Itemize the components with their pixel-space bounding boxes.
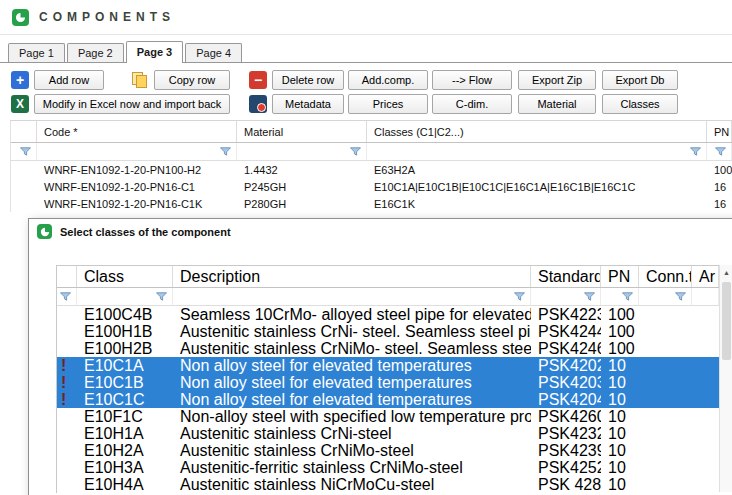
standard-cell[interactable]: PSK4202 — [531, 357, 601, 374]
pn-cell[interactable]: 10 — [601, 374, 639, 391]
class-cell[interactable]: E10C1C — [77, 391, 173, 408]
filter-cell-pn[interactable] — [601, 288, 639, 305]
export-zip-button[interactable]: Export Zip — [518, 70, 596, 90]
class-row-selected[interactable]: ! E10C1C Non alloy steel for elevated te… — [57, 391, 719, 408]
chevron-up-icon[interactable]: ▲ — [720, 265, 732, 280]
component-row[interactable]: WNRF-EN1092-1-20-PN16-C1 P245GH E10C1A|E… — [11, 178, 732, 195]
pn-cell[interactable]: 100 — [707, 161, 732, 178]
class-cell[interactable]: E100H1B — [77, 323, 173, 340]
funnel-icon[interactable] — [622, 292, 633, 302]
filter-cell-classes[interactable] — [367, 143, 707, 160]
conn-tol-cell[interactable] — [639, 306, 692, 323]
standard-cell[interactable]: PSK4204 — [531, 391, 601, 408]
ar-cell[interactable] — [692, 408, 719, 425]
class-row[interactable]: E10F1C Non-alloy steel with specified lo… — [57, 408, 719, 425]
column-header-conn-tol[interactable]: Conn.tol. — [639, 266, 692, 287]
standard-cell[interactable]: PSK4203 — [531, 374, 601, 391]
funnel-icon[interactable] — [220, 147, 231, 157]
column-header-classes[interactable]: Classes (C1|C2...) — [367, 121, 707, 142]
standard-cell[interactable]: PSK4252 — [531, 459, 601, 476]
column-header-pn[interactable]: PN — [601, 266, 639, 287]
description-cell[interactable]: Non-alloy steel with specified low tempe… — [173, 408, 531, 425]
funnel-icon[interactable] — [514, 292, 525, 302]
metadata-icon-button[interactable] — [248, 94, 268, 114]
dialog-scrollbar[interactable]: ▲ — [719, 265, 732, 492]
add-comp-button[interactable]: Add.comp. — [348, 70, 428, 90]
c-dim-button[interactable]: C-dim. — [432, 94, 512, 114]
class-row[interactable]: E10H3A Austenitic-ferritic stainless CrN… — [57, 459, 719, 476]
funnel-icon[interactable] — [20, 147, 31, 157]
column-header-description[interactable]: Description — [173, 266, 531, 287]
ar-cell[interactable] — [692, 357, 719, 374]
conn-tol-cell[interactable] — [639, 374, 692, 391]
column-header-material[interactable]: Material — [237, 121, 367, 142]
material-cell[interactable]: P280GH — [237, 195, 367, 212]
conn-tol-cell[interactable] — [639, 442, 692, 459]
ar-cell[interactable] — [692, 391, 719, 408]
class-row-selected[interactable]: ! E10C1B Non alloy steel for elevated te… — [57, 374, 719, 391]
class-cell[interactable]: E10H2A — [77, 442, 173, 459]
standard-cell[interactable]: PSK4244 — [531, 323, 601, 340]
delete-row-button[interactable]: Delete row — [272, 70, 344, 90]
conn-tol-cell[interactable] — [639, 323, 692, 340]
ar-cell[interactable] — [692, 425, 719, 442]
material-cell[interactable]: P245GH — [237, 178, 367, 195]
ar-cell[interactable] — [692, 340, 719, 357]
filter-cell-description[interactable] — [173, 288, 531, 305]
class-cell[interactable]: E10H1A — [77, 425, 173, 442]
class-cell[interactable]: E10C1A — [77, 357, 173, 374]
pn-cell[interactable]: 100 — [601, 340, 639, 357]
description-cell[interactable]: Non alloy steel for elevated temperature… — [173, 374, 531, 391]
filter-cell-pn[interactable] — [707, 143, 732, 160]
description-cell[interactable]: Non alloy steel for elevated temperature… — [173, 391, 531, 408]
class-row-selected[interactable]: ! E10C1A Non alloy steel for elevated te… — [57, 357, 719, 374]
tab-page-2[interactable]: Page 2 — [67, 43, 124, 62]
filter-cell-standard[interactable] — [531, 288, 601, 305]
dialog-title-bar[interactable]: Select classes of the component — [29, 219, 732, 244]
pn-cell[interactable]: 10 — [601, 391, 639, 408]
column-header-standard[interactable]: Standard — [531, 266, 601, 287]
standard-cell[interactable]: PSK4260 — [531, 408, 601, 425]
copy-row-button[interactable]: Copy row — [154, 70, 230, 90]
class-cell[interactable]: E10H4A — [77, 476, 173, 493]
pn-cell[interactable]: 10 — [601, 408, 639, 425]
standard-cell[interactable]: PSK4232 — [531, 425, 601, 442]
class-cell[interactable]: E10H3A — [77, 459, 173, 476]
conn-tol-cell[interactable] — [639, 408, 692, 425]
prices-button[interactable]: Prices — [348, 94, 428, 114]
conn-tol-cell[interactable] — [639, 391, 692, 408]
funnel-icon[interactable] — [584, 292, 595, 302]
add-row-button[interactable]: Add row — [34, 70, 104, 90]
material-button[interactable]: Material — [518, 94, 596, 114]
material-cell[interactable]: 1.4432 — [237, 161, 367, 178]
description-cell[interactable]: Austenitic stainless NiCrMoCu-steel — [173, 476, 531, 493]
classes-button[interactable]: Classes — [602, 94, 678, 114]
description-cell[interactable]: Austenitic stainless CrNi- steel. Seamle… — [173, 323, 531, 340]
conn-tol-cell[interactable] — [639, 357, 692, 374]
filter-cell-material[interactable] — [237, 143, 367, 160]
pn-cell[interactable]: 16 — [707, 178, 732, 195]
funnel-icon[interactable] — [60, 292, 71, 302]
pn-cell[interactable]: 100 — [601, 323, 639, 340]
ar-cell[interactable] — [692, 476, 719, 493]
description-cell[interactable]: Austenitic stainless CrNi-steel — [173, 425, 531, 442]
export-db-button[interactable]: Export Db — [602, 70, 678, 90]
tab-page-4[interactable]: Page 4 — [185, 43, 242, 62]
pn-cell[interactable]: 16 — [707, 195, 732, 212]
description-cell[interactable]: Non alloy steel for elevated temperature… — [173, 357, 531, 374]
funnel-icon[interactable] — [675, 292, 686, 302]
code-cell[interactable]: WNRF-EN1092-1-20-PN16-C1 — [37, 178, 237, 195]
class-row[interactable]: E100C4B Seamless 10CrMo- alloyed steel p… — [57, 306, 719, 323]
ar-cell[interactable] — [692, 374, 719, 391]
classes-cell[interactable]: E63H2A — [367, 161, 707, 178]
standard-cell[interactable]: PSK4239 — [531, 442, 601, 459]
conn-tol-cell[interactable] — [639, 340, 692, 357]
add-row-icon-button[interactable]: + — [10, 70, 30, 90]
pn-cell[interactable]: 100 — [601, 306, 639, 323]
description-cell[interactable]: Austenitic stainless CrNiMo- steel. Seam… — [173, 340, 531, 357]
class-row[interactable]: E10H4A Austenitic stainless NiCrMoCu-ste… — [57, 476, 719, 493]
component-row[interactable]: WNRF-EN1092-1-20-PN100-H2 1.4432 E63H2A … — [11, 161, 732, 178]
ar-cell[interactable] — [692, 306, 719, 323]
class-cell[interactable]: E10F1C — [77, 408, 173, 425]
pn-cell[interactable]: 10 — [601, 459, 639, 476]
